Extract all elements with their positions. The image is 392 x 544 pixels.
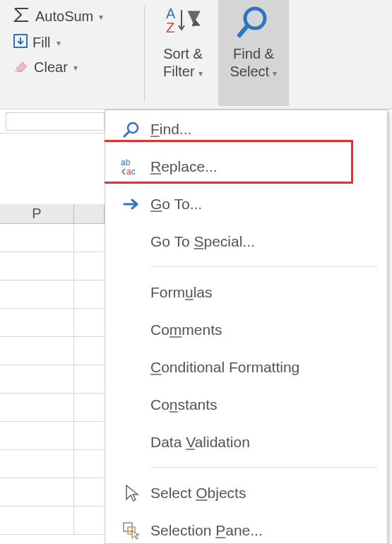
svg-point-3 [245,8,265,28]
menu-constants[interactable]: Constants [105,386,387,423]
column-header-next[interactable] [74,204,105,223]
cell-row[interactable] [0,337,105,365]
chevron-down-icon: ▾ [196,69,203,78]
column-header-row: P [0,204,105,224]
menu-separator [150,467,377,468]
fill-button[interactable]: Fill ▾ [13,33,136,52]
find-select-label-l2: Select [230,64,270,79]
menu-conditional-formatting[interactable]: Conditional Formatting [105,348,387,386]
svg-text:ab: ab [121,158,131,167]
sort-filter-label-l2: Filter [163,64,194,79]
cell-row[interactable] [0,280,105,309]
menu-formulas[interactable]: Formulas [105,273,387,311]
ribbon-large-buttons: A Z Sort & Filter ▾ Find & [148,0,289,109]
ribbon-group-divider [144,6,145,101]
menu-goto-special-label: Go To Special... [150,233,255,250]
menu-find[interactable]: Find... [105,110,387,148]
find-select-label-l1: Find & [233,46,274,61]
cell-row[interactable] [0,252,105,280]
menu-goto-label: Go To... [150,196,202,213]
worksheet-area: P [0,110,105,544]
cell-row[interactable] [0,394,105,422]
chevron-down-icon: ▾ [73,63,78,73]
autosum-button[interactable]: AutoSum ▾ [13,7,136,26]
editing-buttons-column: AutoSum ▾ Fill ▾ Clear ▾ [0,0,141,109]
chevron-down-icon: ▾ [99,12,103,22]
sort-filter-icon: A Z [165,4,201,41]
magnifier-small-icon [112,120,150,138]
menu-goto[interactable]: Go To... [105,185,387,223]
fill-down-icon [13,33,28,52]
menu-comments-label: Comments [150,321,222,338]
worksheet-cells[interactable] [0,224,105,535]
find-select-button[interactable]: Find & Select ▾ [218,0,289,106]
chevron-down-icon: ▾ [57,38,61,48]
menu-replace-label: Replace... [150,158,218,175]
cursor-icon [112,484,150,502]
svg-text:A: A [166,6,176,21]
menu-comments[interactable]: Comments [105,311,387,348]
cell-row[interactable] [0,224,105,252]
menu-select-objects[interactable]: Select Objects [105,474,387,512]
find-select-dropdown: Find... ab ac Replace... Go To... Go To … [105,110,388,544]
menu-selection-pane[interactable]: Selection Pane... [105,512,387,544]
menu-find-label: Find... [150,121,191,138]
menu-selection-pane-label: Selection Pane... [150,522,263,539]
menu-cond-fmt-label: Conditional Formatting [150,359,299,376]
menu-select-objects-label: Select Objects [150,485,246,502]
goto-arrow-icon [112,197,150,211]
replace-abac-icon: ab ac [112,158,150,176]
menu-formulas-label: Formulas [150,284,213,301]
eraser-icon [13,59,30,76]
cell-row[interactable] [0,309,105,337]
sort-filter-button[interactable]: A Z Sort & Filter ▾ [148,0,218,106]
sigma-icon [13,7,31,26]
formula-bar-area[interactable] [0,110,105,134]
chevron-down-icon: ▾ [271,69,277,78]
cell-row[interactable] [0,478,105,507]
clear-label: Clear [34,59,68,76]
menu-data-validation[interactable]: Data Validation [105,423,387,461]
formula-bar[interactable] [6,112,105,131]
sort-filter-label-l1: Sort & [163,46,203,61]
cell-row[interactable] [0,365,105,394]
cell-row[interactable] [0,507,105,535]
svg-text:Z: Z [166,20,174,35]
menu-separator [150,266,377,267]
column-header-P[interactable]: P [0,204,74,223]
autosum-label: AutoSum [35,8,93,25]
menu-constants-label: Constants [150,396,218,413]
svg-point-4 [128,123,138,133]
fill-label: Fill [32,35,51,51]
cell-row[interactable] [0,422,105,450]
cell-row[interactable] [0,450,105,478]
menu-data-validation-label: Data Validation [150,434,250,451]
selection-pane-icon [112,521,150,540]
menu-replace[interactable]: ab ac Replace... [105,148,387,185]
ribbon-home-editing-group: AutoSum ▾ Fill ▾ Clear ▾ A Z [0,0,392,110]
magnifier-icon [235,4,272,41]
svg-text:ac: ac [126,167,136,176]
menu-goto-special[interactable]: Go To Special... [105,223,387,260]
clear-button[interactable]: Clear ▾ [13,59,136,76]
